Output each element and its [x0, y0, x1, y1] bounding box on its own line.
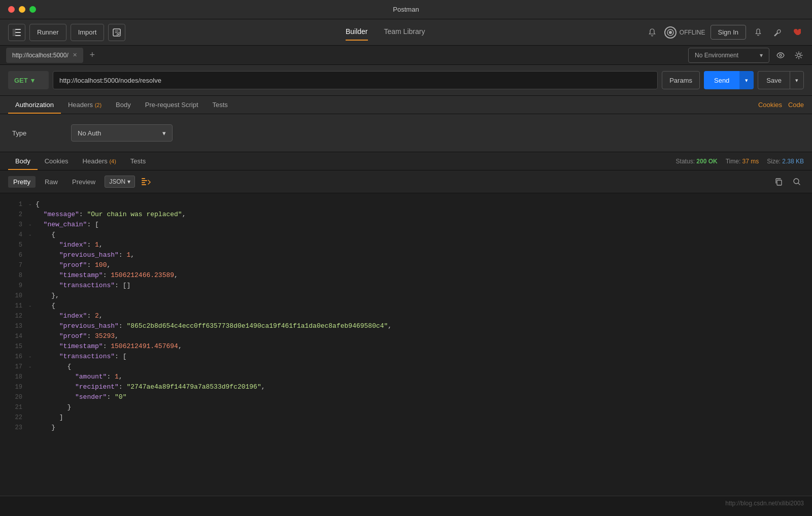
svg-rect-10: [142, 178, 145, 179]
request-bar: GET ▾ Params Send ▾ Save ▾: [0, 65, 812, 96]
response-meta: Status: 200 OK Time: 37 ms Size: 2.38 KB: [676, 158, 804, 165]
close-button[interactable]: [8, 6, 15, 13]
heart-icon[interactable]: [790, 25, 804, 40]
code-line-3: 3 - "new_chain": [: [0, 220, 812, 230]
runner-button[interactable]: Runner: [29, 24, 66, 41]
env-dropdown-icon: ▾: [760, 52, 763, 59]
resp-tab-headers[interactable]: Headers (4): [76, 152, 123, 170]
code-line-2: 2 "message": "Our chain was replaced",: [0, 210, 812, 220]
resp-tab-body[interactable]: Body: [8, 152, 38, 170]
sidebar-toggle-button[interactable]: [8, 24, 25, 41]
type-label: Type: [12, 129, 63, 137]
code-line-15: 15 "timestamp": 1506212491.457694,: [0, 341, 812, 352]
auth-type-dropdown[interactable]: No Auth ▾: [71, 124, 173, 142]
format-type-select[interactable]: JSON ▾: [105, 176, 135, 188]
send-dropdown-button[interactable]: ▾: [739, 71, 754, 89]
code-line-9: 9 "transactions": []: [0, 281, 812, 291]
nav-center: Builder Team Library: [129, 27, 640, 38]
size-value: 2.38 KB: [782, 158, 804, 165]
req-tab-tests[interactable]: Tests: [206, 96, 235, 114]
import-label: Import: [78, 28, 97, 36]
format-preview-button[interactable]: Preview: [67, 176, 100, 188]
code-line-19: 19 "recipient": "2747ae4a89f14479a7a8533…: [0, 382, 812, 392]
req-tab-authorization[interactable]: Authorization: [8, 96, 61, 114]
req-tab-headers[interactable]: Headers (2): [61, 96, 109, 114]
copy-response-icon[interactable]: [771, 175, 786, 189]
svg-point-15: [794, 179, 799, 184]
code-line-5: 5 "index": 1,: [0, 240, 812, 250]
response-area: Body Cookies Headers (4) Tests Status: 2…: [0, 152, 812, 496]
minimize-button[interactable]: [19, 6, 25, 13]
authorization-section: Type No Auth ▾: [0, 114, 812, 152]
req-tab-pre-request-script[interactable]: Pre-request Script: [138, 96, 206, 114]
method-label: GET: [14, 77, 28, 84]
search-response-icon[interactable]: [790, 175, 804, 189]
code-line-10: 10 },: [0, 291, 812, 301]
code-line-8: 8 "timestamp": 1506212466.23589,: [0, 270, 812, 281]
resp-tab-tests[interactable]: Tests: [123, 152, 153, 170]
method-dropdown-icon: ▾: [31, 77, 35, 84]
status-value: 200 OK: [696, 158, 717, 165]
format-pretty-button[interactable]: Pretty: [8, 176, 36, 188]
status-label: Status: 200 OK: [676, 158, 718, 165]
code-line-17: 17 - {: [0, 362, 812, 372]
auth-type-value: No Auth: [78, 129, 101, 137]
params-button[interactable]: Params: [662, 71, 700, 89]
request-tab[interactable]: http://localhost:5000/ ✕: [6, 48, 83, 63]
runner-label: Runner: [37, 28, 59, 36]
url-input[interactable]: [53, 71, 658, 89]
offline-text: OFFLINE: [680, 29, 705, 36]
response-code-area[interactable]: 1 - { 2 "message": "Our chain was replac…: [0, 193, 812, 496]
env-label: No Environment: [695, 52, 738, 59]
nav-right: OFFLINE Sign In: [645, 25, 804, 40]
resp-tab-cookies[interactable]: Cookies: [38, 152, 76, 170]
code-line-20: 20 "sender": "0": [0, 392, 812, 402]
response-tabs: Body Cookies Headers (4) Tests Status: 2…: [0, 152, 812, 170]
svg-point-8: [780, 54, 782, 56]
save-dropdown-button[interactable]: ▾: [790, 71, 804, 89]
environment-selector[interactable]: No Environment ▾: [688, 48, 769, 63]
tab-team-library[interactable]: Team Library: [384, 27, 425, 38]
code-line-4: 4 - {: [0, 230, 812, 240]
window-controls: [8, 6, 36, 13]
req-tab-body[interactable]: Body: [109, 96, 138, 114]
wrench-icon[interactable]: [770, 25, 785, 40]
svg-rect-13: [142, 184, 146, 185]
new-tab-button[interactable]: +: [85, 48, 99, 62]
request-tabs: Authorization Headers (2) Body Pre-reque…: [0, 96, 812, 114]
send-main-button[interactable]: Send: [704, 71, 739, 89]
response-toolbar: Pretty Raw Preview JSON ▾: [0, 170, 812, 193]
code-line-6: 6 "previous_hash": 1,: [0, 250, 812, 260]
bell-icon[interactable]: [751, 25, 765, 40]
svg-rect-11: [142, 180, 147, 181]
beautify-icon[interactable]: [141, 177, 151, 186]
code-line-12: 12 "index": 2,: [0, 311, 812, 321]
offline-dot-icon: [664, 26, 676, 39]
svg-rect-14: [777, 180, 782, 185]
format-raw-button[interactable]: Raw: [40, 176, 63, 188]
format-dropdown-icon: ▾: [127, 178, 130, 185]
method-dropdown[interactable]: GET ▾: [8, 71, 49, 89]
maximize-button[interactable]: [29, 6, 36, 13]
settings-icon[interactable]: [792, 48, 806, 62]
notification-settings-icon[interactable]: [645, 25, 659, 40]
eye-icon[interactable]: [773, 48, 788, 62]
footer-url: http://blog.csdn.net/xilibi2003: [725, 500, 804, 507]
code-line-7: 7 "proof": 100,: [0, 260, 812, 270]
req-tabs-actions: Cookies Code: [758, 101, 804, 109]
code-line-21: 21 }: [0, 402, 812, 412]
tab-close-icon[interactable]: ✕: [73, 52, 77, 58]
new-request-button[interactable]: [108, 24, 125, 41]
env-action-icons: [773, 48, 806, 62]
save-button-group: Save ▾: [758, 71, 804, 89]
code-link[interactable]: Code: [788, 101, 804, 109]
save-main-button[interactable]: Save: [758, 71, 790, 89]
import-button[interactable]: Import: [71, 24, 105, 41]
code-line-22: 22 ]: [0, 412, 812, 423]
cookies-link[interactable]: Cookies: [758, 101, 782, 109]
tab-builder[interactable]: Builder: [346, 27, 368, 38]
app-title: Postman: [393, 6, 419, 13]
top-navigation: Runner Import Builder Team Library: [0, 19, 812, 46]
code-line-13: 13 "previous_hash": "865c2b8d654c4ecc0ff…: [0, 321, 812, 331]
sign-in-button[interactable]: Sign In: [710, 25, 746, 40]
